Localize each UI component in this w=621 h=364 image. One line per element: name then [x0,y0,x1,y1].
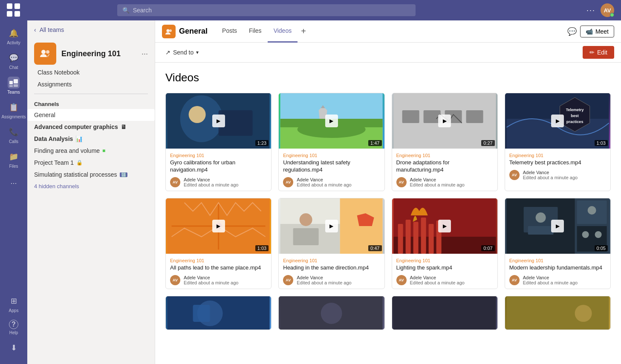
sidebar-item-activity[interactable]: 🔔 Activity [0,24,27,49]
sidebar-item-download[interactable]: ⬇ [8,338,20,357]
channels-label: Channels [27,97,155,109]
lock-icon: 🔒 [76,160,83,166]
video-card-partial-2[interactable] [278,296,384,330]
edit-button[interactable]: ✏ Edit [583,46,614,59]
help-label: Help [9,330,18,335]
avatar[interactable]: AV [601,3,614,17]
sidebar-item-assignments[interactable]: 📋 Assignments [0,98,27,123]
video-name-v6: Heading in the same direction.mp4 [283,264,380,272]
play-button-v1[interactable]: ▶ [212,115,225,127]
video-name-v3: Drone adaptations for manufacturing.mp4 [396,159,493,174]
video-info-v3: Engineering 101 Drone adaptations for ma… [392,149,497,191]
search-box[interactable]: 🔍 [117,4,416,16]
sidebar-item-help[interactable]: ? Help [8,316,20,338]
video-info-v1: Engineering 101 Gyro calibrations for ur… [166,149,271,191]
svg-point-61 [575,305,592,322]
class-notebook-link[interactable]: Class Notebook [27,66,155,78]
channel-data-analysis-label: Data Analysis [34,135,73,142]
video-card-v8[interactable]: ▶ 0:05 Engineering 101 Modern leadership… [505,198,611,289]
sidebar-item-teams[interactable]: Teams [0,73,27,98]
sidebar-divider [34,94,148,94]
topbar-more-button[interactable]: ··· [586,6,595,15]
author-avatar-v7: AV [396,275,407,285]
video-card-partial-4[interactable] [505,296,611,330]
play-button-v8[interactable]: ▶ [551,220,564,232]
svg-rect-60 [506,296,609,330]
sidebar-item-apps[interactable]: ⊞ Apps [8,292,20,316]
video-meta-v3: AV Adele Vance Edited about a minute ago [396,177,493,187]
duration-v4: 1:03 [595,140,608,146]
chat-icon-header[interactable]: 💬 [567,27,577,36]
author-name-v4: Adele Vance [523,170,578,175]
play-button-v7[interactable]: ▶ [438,220,451,232]
video-meta-v4: AV Adele Vance Edited about a minute ago [509,170,606,180]
author-name-v6: Adele Vance [297,275,351,280]
channel-advanced-graphics[interactable]: Advanced computer graphics 🖥 [27,121,155,133]
channel-general[interactable]: General [27,109,155,121]
svg-point-6 [167,29,170,32]
video-info-v8: Engineering 101 Modern leadership fundam… [505,254,610,289]
svg-rect-20 [466,110,483,123]
chat-icon: 💬 [8,52,20,64]
play-button-v5[interactable]: ▶ [212,220,225,232]
play-button-v2[interactable]: ▶ [325,115,338,127]
more-options[interactable]: ··· [8,174,20,192]
video-name-v7: Lighting the spark.mp4 [396,264,493,272]
channel-badge-area: ■ [102,148,105,154]
author-avatar-v6: AV [283,275,293,285]
back-to-all-teams[interactable]: ‹ All teams [27,20,155,39]
author-name-v1: Adele Vance [184,177,238,182]
duration-v2: 1:47 [368,140,381,146]
files-icon: 📁 [8,151,20,163]
sidebar-item-calls[interactable]: 📞 Calls [0,123,27,147]
video-meta-v8: AV Adele Vance Edited about a minute ago [509,275,606,285]
video-card-v6[interactable]: ▶ 0:47 Engineering 101 Heading in the sa… [278,198,384,289]
channel-simulating-label: Simulating statistical processes [34,171,117,178]
add-tab-button[interactable]: + [298,20,309,43]
tab-files[interactable]: Files [243,20,268,43]
team-more-button[interactable]: ··· [142,49,148,58]
search-input[interactable] [133,7,410,14]
video-card-v4[interactable]: Telemetry best practices ▶ 1:03 Engineer… [505,93,611,191]
video-card-v2[interactable]: ▶ 1:47 Engineering 101 Understanding lat… [278,93,384,191]
tab-posts[interactable]: Posts [216,20,243,43]
apps-label: Apps [9,308,19,313]
video-card-v7[interactable]: ▶ 0:07 Engineering 101 Lighting the spar… [392,198,498,289]
tab-videos[interactable]: Videos [268,20,298,43]
svg-point-53 [595,231,601,238]
content-area: Videos [155,63,621,364]
send-to-button[interactable]: ↗ Send to ▾ [162,47,202,57]
back-icon: ‹ [34,26,36,33]
channel-project-team[interactable]: Project Team 1 🔒 [27,157,155,169]
video-team-v5: Engineering 101 [170,258,267,263]
channel-data-analysis[interactable]: Data Analysis 📊 [27,133,155,145]
edit-label: Edit [597,49,607,56]
channel-simulating[interactable]: Simulating statistical processes 🔢 [27,169,155,181]
assignments-link[interactable]: Assignments [27,78,155,90]
svg-text:Telemetry: Telemetry [566,108,583,112]
svg-point-34 [300,213,312,226]
edited-time-v4: Edited about a minute ago [523,175,578,180]
video-card-v5[interactable]: ▶ 1:03 Engineering 101 All paths lead to… [165,198,272,289]
edited-time-v5: Edited about a minute ago [184,280,238,285]
video-card-v3[interactable]: ▶ 0:27 Engineering 101 Drone adaptations… [392,93,498,191]
svg-rect-17 [402,110,419,123]
channel-finding-area[interactable]: Finding area and volume ■ [27,145,155,157]
video-thumb-partial-2 [279,296,384,330]
video-card-v1[interactable]: ▶ 1:23 Engineering 101 Gyro calibrations… [165,93,272,191]
svg-point-50 [587,206,596,215]
sidebar-item-files[interactable]: 📁 Files [0,147,27,172]
video-card-partial-1[interactable] [165,296,272,330]
videos-title: Videos [165,71,611,84]
meet-button[interactable]: 📹 Meet [580,26,614,37]
video-card-partial-3[interactable] [392,296,498,330]
play-button-v4[interactable]: ▶ [551,115,564,127]
author-name-v2: Adele Vance [297,177,351,182]
hidden-channels[interactable]: 4 hidden channels [27,181,155,192]
sidebar-item-chat[interactable]: 💬 Chat [0,49,27,73]
play-button-v6[interactable]: ▶ [325,220,338,232]
svg-rect-39 [405,220,410,254]
svg-point-5 [46,50,49,54]
chat-label: Chat [9,65,18,70]
play-button-v3[interactable]: ▶ [438,115,451,127]
